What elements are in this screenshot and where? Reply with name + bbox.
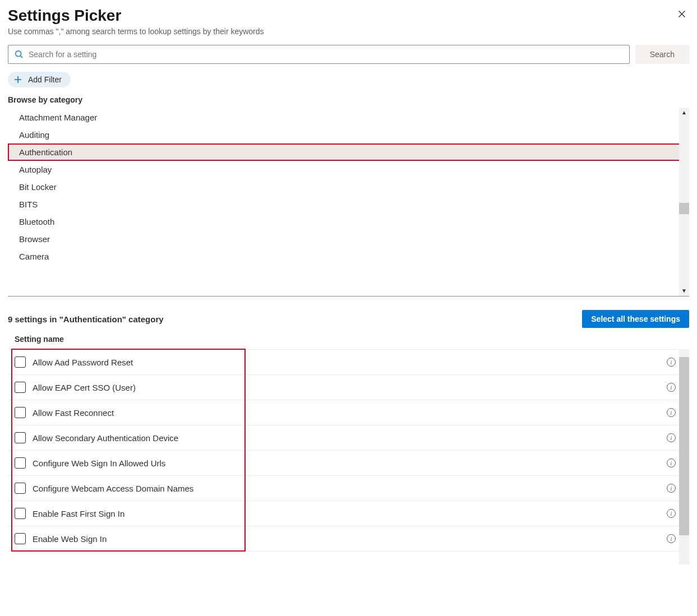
scroll-up-icon[interactable]: ▲ [681, 108, 687, 118]
search-button[interactable]: Search [635, 45, 689, 64]
setting-name: Allow EAP Cert SSO (User) [33, 383, 667, 392]
setting-checkbox[interactable] [15, 432, 26, 443]
page-subtitle: Use commas "," among search terms to loo… [8, 27, 264, 36]
category-item[interactable]: Camera [8, 248, 689, 265]
info-icon[interactable]: i [667, 433, 676, 442]
info-icon[interactable]: i [667, 484, 676, 493]
setting-name: Enable Web Sign In [33, 534, 667, 544]
category-item[interactable]: Browser [8, 230, 689, 248]
settings-scrollbar[interactable]: ▲ ▼ [679, 349, 689, 564]
category-item[interactable]: Bit Locker [8, 178, 689, 196]
setting-row[interactable]: Enable Web Sign Ini [8, 526, 689, 552]
category-list[interactable]: Attachment ManagerAuditingAuthentication… [8, 108, 689, 295]
info-icon[interactable]: i [667, 383, 676, 392]
setting-name: Enable Fast First Sign In [33, 509, 667, 518]
setting-row[interactable]: Allow Fast Reconnecti [8, 400, 689, 425]
setting-checkbox[interactable] [15, 382, 26, 393]
search-icon [14, 49, 24, 59]
browse-label: Browse by category [8, 95, 689, 104]
category-item[interactable]: Bluetooth [8, 213, 689, 230]
setting-row[interactable]: Configure Webcam Access Domain Namesi [8, 476, 689, 501]
scroll-thumb[interactable] [679, 357, 689, 535]
setting-name: Configure Web Sign In Allowed Urls [33, 458, 667, 468]
add-filter-button[interactable]: Add Filter [8, 72, 71, 87]
svg-point-0 [16, 51, 21, 57]
setting-checkbox[interactable] [15, 407, 26, 418]
plus-icon [13, 75, 22, 84]
info-icon[interactable]: i [667, 408, 676, 417]
setting-name: Configure Webcam Access Domain Names [33, 484, 667, 493]
info-icon[interactable]: i [667, 509, 676, 518]
category-item[interactable]: Authentication [8, 143, 689, 161]
setting-row[interactable]: Allow EAP Cert SSO (User)i [8, 375, 689, 400]
close-button[interactable] [675, 7, 689, 22]
setting-name: Allow Fast Reconnect [33, 408, 667, 418]
category-item[interactable]: Autoplay [8, 161, 689, 178]
info-icon[interactable]: i [667, 458, 676, 467]
setting-row[interactable]: Allow Secondary Authentication Devicei [8, 425, 689, 451]
category-item[interactable]: Auditing [8, 126, 689, 143]
scroll-down-icon[interactable]: ▼ [681, 286, 687, 296]
category-item[interactable]: BITS [8, 196, 689, 213]
setting-name: Allow Aad Password Reset [33, 358, 667, 367]
setting-checkbox[interactable] [15, 508, 26, 519]
info-icon[interactable]: i [667, 534, 676, 543]
settings-list[interactable]: Allow Aad Password ResetiAllow EAP Cert … [8, 349, 689, 564]
page-title: Settings Picker [8, 7, 264, 25]
close-icon [677, 9, 687, 19]
search-box[interactable] [8, 45, 630, 64]
setting-row[interactable]: Configure Web Sign In Allowed Urlsi [8, 451, 689, 476]
setting-checkbox[interactable] [15, 356, 26, 368]
category-item[interactable]: Attachment Manager [8, 109, 689, 126]
results-summary: 9 settings in "Authentication" category [8, 314, 164, 324]
add-filter-label: Add Filter [28, 75, 62, 84]
setting-row[interactable]: Allow Aad Password Reseti [8, 350, 689, 375]
setting-checkbox[interactable] [15, 533, 26, 544]
column-header-setting-name: Setting name [8, 335, 689, 349]
setting-name: Allow Secondary Authentication Device [33, 433, 667, 443]
setting-checkbox[interactable] [15, 483, 26, 494]
scroll-down-icon[interactable]: ▼ [681, 554, 687, 564]
category-scrollbar[interactable]: ▲ ▼ [679, 108, 689, 296]
search-input[interactable] [29, 50, 624, 59]
scroll-thumb[interactable] [679, 203, 689, 214]
setting-row[interactable]: Enable Fast First Sign Ini [8, 501, 689, 526]
select-all-button[interactable]: Select all these settings [582, 310, 689, 328]
setting-checkbox[interactable] [15, 457, 26, 469]
info-icon[interactable]: i [667, 358, 676, 367]
